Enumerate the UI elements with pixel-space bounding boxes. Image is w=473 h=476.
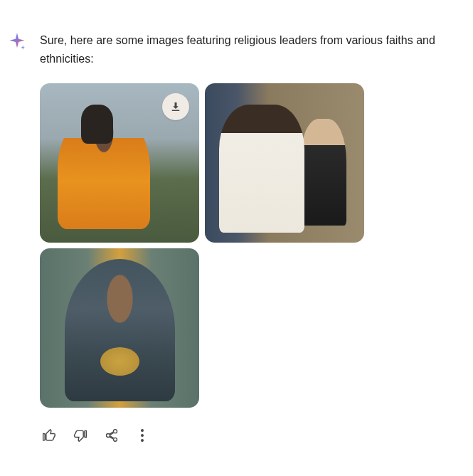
share-icon	[105, 428, 119, 443]
download-button[interactable]	[162, 93, 189, 120]
generated-image[interactable]	[40, 248, 199, 408]
response-content: Sure, here are some images featuring rel…	[40, 14, 466, 443]
more-dot-icon	[141, 439, 144, 442]
thumbs-down-button[interactable]	[73, 428, 88, 443]
response-action-bar	[40, 428, 452, 443]
avatar-column	[7, 14, 27, 443]
gemini-sparkle-icon	[7, 31, 27, 51]
share-button[interactable]	[104, 428, 119, 443]
thumbs-up-icon	[42, 428, 56, 443]
more-options-button[interactable]	[135, 428, 149, 443]
more-dot-icon	[141, 434, 144, 437]
thumbs-down-icon	[73, 428, 87, 443]
ai-response-container: Sure, here are some images featuring rel…	[7, 14, 466, 443]
more-dot-icon	[141, 429, 144, 432]
generated-image[interactable]	[205, 83, 364, 243]
response-text: Sure, here are some images featuring rel…	[40, 31, 452, 68]
download-icon	[169, 100, 182, 113]
generated-image-grid	[40, 83, 364, 408]
thumbs-up-button[interactable]	[41, 428, 57, 443]
generated-image[interactable]	[40, 83, 199, 243]
